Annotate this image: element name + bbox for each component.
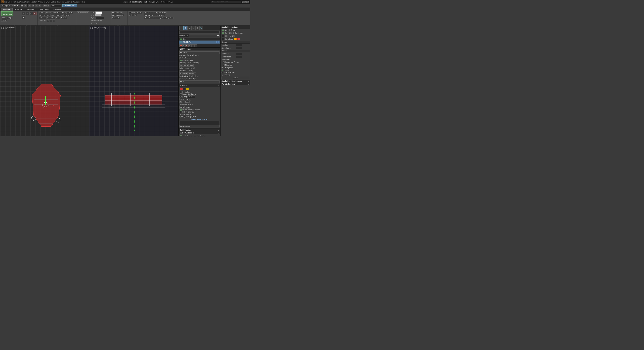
view-dropdown[interactable]: View ▾ [43, 4, 49, 7]
paste-sel-btn[interactable]: Paste [185, 106, 190, 109]
constraint-none-opt[interactable]: ○ [188, 54, 189, 57]
illum-swatch[interactable] [95, 14, 102, 17]
stack-pin-btn[interactable]: 📌 [179, 44, 182, 47]
modifier-skin[interactable]: Skin [179, 38, 220, 41]
grow-button[interactable]: Grow [1, 17, 7, 19]
soft-selection-header[interactable]: Soft Selection ▸ [179, 129, 220, 131]
align-z-btn[interactable]: Z [134, 14, 137, 17]
msmooth-btn[interactable]: MSmooth [179, 72, 188, 75]
tab-populate[interactable]: Populate [51, 8, 63, 11]
undo-button[interactable]: ↩ [20, 4, 24, 7]
edge-mode-btn[interactable]: / [26, 12, 29, 15]
create-panel-btn[interactable]: + [179, 26, 183, 30]
attach-button[interactable]: Attach [64, 14, 70, 17]
modifier-editable-poly[interactable]: Editable Poly [179, 41, 220, 44]
border-mode-btn[interactable]: ⬡ [30, 12, 33, 15]
isoline-checkbox[interactable] [222, 35, 224, 37]
constraint-none-btn[interactable]: ○ [47, 20, 49, 22]
ignore-backfacing-checkbox[interactable] [180, 94, 182, 95]
full-interactivity-checkbox[interactable] [180, 111, 182, 113]
create-geo-btn[interactable]: Create [179, 62, 186, 64]
qslice-button[interactable]: QSlice [46, 12, 52, 14]
redo-button[interactable]: ↪ [24, 4, 27, 7]
selection-filter[interactable]: Create Selection [62, 4, 77, 7]
edit-poly-btn[interactable]: Edit Poly [144, 12, 152, 14]
manually-radio[interactable] [222, 74, 223, 76]
mp-z-btn[interactable]: Z [196, 75, 198, 77]
relax-geo-btn[interactable]: Relax [179, 80, 220, 83]
modifier-list-dropdown[interactable] [189, 35, 220, 37]
collapse-button[interactable]: Collapse [39, 17, 46, 19]
subdiv-surface-header[interactable]: Subdivision Surface [220, 26, 250, 29]
quickslice-btn[interactable]: QuickSlice [179, 70, 188, 72]
update-btn[interactable]: Update [222, 77, 249, 79]
minimize-button[interactable]: _ [242, 1, 244, 3]
tab-freeform[interactable]: Freeform [13, 8, 24, 11]
detach-geo-btn[interactable]: Detach [192, 62, 199, 64]
smoothness-render-input[interactable]: 1.0 [236, 56, 242, 58]
preserve-uvs-checkbox[interactable] [180, 60, 182, 61]
slice-plane-btn[interactable]: Slice Plane [179, 64, 188, 67]
slice-btn[interactable]: Slice [179, 67, 184, 69]
object-name-input[interactable]: Object002 [179, 31, 220, 34]
hierarchy-panel-btn[interactable]: ◈ [188, 26, 191, 30]
view-align-btn[interactable]: View Align [179, 78, 188, 80]
rotate-button[interactable]: ↻ [35, 4, 38, 7]
turn-to-poly-btn[interactable]: Turn to Poly [144, 14, 154, 17]
repeat-button[interactable]: Repeat [39, 12, 45, 14]
shrink-button[interactable]: Shrink [1, 19, 7, 22]
maximize-button[interactable]: □ [244, 1, 246, 3]
element-mode-btn[interactable]: ⬢ [22, 16, 26, 19]
stack-down-btn[interactable]: ↓ [194, 44, 197, 47]
pconnect-button[interactable]: P Connect [55, 14, 64, 17]
selection-header[interactable]: Selection ▾ [179, 84, 220, 87]
attach-geo-btn[interactable]: Attach [186, 62, 192, 64]
mp-x-btn[interactable]: X [190, 75, 192, 77]
vertex-mode-btn[interactable]: • [22, 12, 26, 15]
cage-color-swatch2[interactable] [238, 38, 240, 40]
sep-smooth-checkbox[interactable] [223, 62, 224, 63]
tab-modeling[interactable]: Modeling [1, 8, 12, 11]
ring-button[interactable]: Ring [7, 17, 12, 19]
alpha-input[interactable]: 100.09 [96, 17, 104, 19]
smoothness-display-input[interactable]: 1.0 [236, 47, 242, 49]
turn-button[interactable]: Turn [56, 17, 60, 19]
tab-object-paint[interactable]: Object Paint [37, 8, 51, 11]
cut-geo-btn[interactable]: Cut [188, 70, 192, 72]
ring-sel-btn[interactable]: Ring [179, 101, 184, 103]
hide-selected-btn[interactable]: Hide Selected [112, 12, 122, 14]
by-vertex-checkbox[interactable] [180, 91, 182, 93]
sel-color-yellow[interactable] [186, 88, 189, 90]
nurms-button[interactable]: NURMS [43, 14, 50, 17]
relax-button[interactable]: Relax [61, 12, 66, 14]
select-button[interactable]: ⊕ [28, 4, 31, 7]
reset-plane-btn[interactable]: Reset Plane [185, 67, 194, 69]
close-button[interactable]: ✕ [247, 1, 249, 3]
constraint-edge-opt[interactable]: / [194, 54, 195, 57]
cage-color-swatch[interactable] [234, 38, 236, 40]
smooth-result-checkbox[interactable] [222, 30, 224, 31]
grow-sel-btn[interactable]: Grow [186, 98, 191, 101]
color-swatch[interactable] [95, 12, 102, 14]
constraint-face-btn[interactable]: □ [52, 20, 55, 22]
viewport-top[interactable]: [+][Top][Wireframe] [0, 26, 89, 136]
detach-button[interactable]: Detach [60, 17, 67, 19]
mp-y-btn[interactable]: Y [193, 75, 196, 77]
viewport-front[interactable]: [+][Front][Wireframe] [89, 26, 178, 136]
grid-align-btn[interactable]: Grid Align [188, 78, 196, 80]
make-planar-btn[interactable]: Make Planar [179, 75, 190, 77]
stack-copy-btn[interactable]: ⧉ [188, 44, 191, 47]
loop-sel-btn[interactable]: Loop [184, 101, 190, 103]
hide-unselected-btn[interactable]: Hide Unselected [112, 14, 124, 17]
scale-button[interactable]: ⤡ [38, 4, 41, 7]
use-nurms-checkbox[interactable] [222, 32, 224, 34]
split-btn[interactable]: Split [189, 64, 194, 67]
always-radio[interactable] [222, 70, 223, 71]
iterations-render-input[interactable]: 1 [236, 53, 242, 55]
constraint-edge-btn[interactable]: / [50, 20, 52, 22]
tessellate-btn[interactable]: Tessellate [188, 72, 196, 75]
align-x-btn[interactable]: X [128, 14, 131, 17]
shrink-sel-btn[interactable]: Shrink [179, 98, 186, 101]
clear-selection-btn[interactable]: Clear Selection [179, 125, 220, 127]
edit-geometry-header[interactable]: Edit Geometry ▾ [179, 48, 220, 50]
